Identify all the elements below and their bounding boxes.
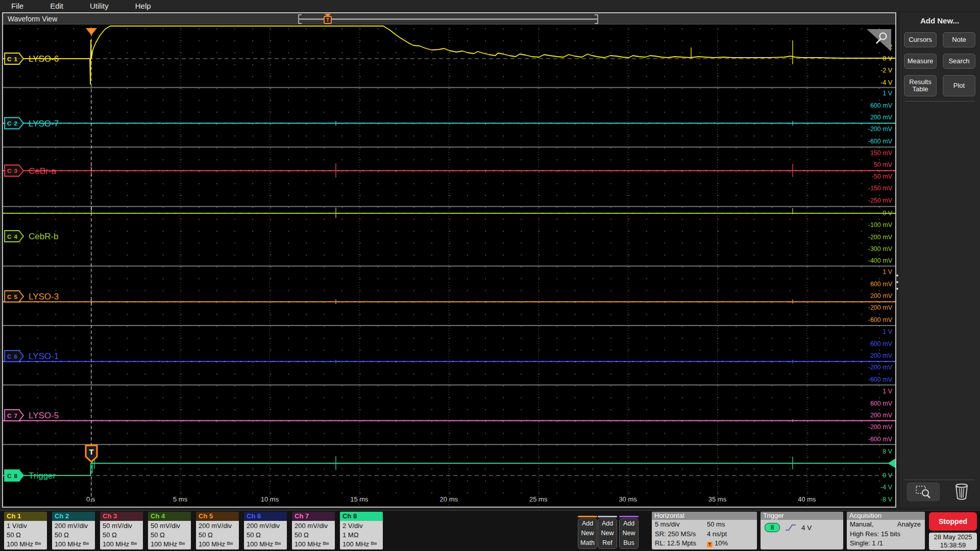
channel-badge-header: Ch 5 (196, 512, 239, 521)
scale-tick-label: -200 mV (868, 126, 893, 133)
panel-divider (904, 101, 975, 102)
scale-tick-label: 600 mV (870, 102, 893, 109)
trigger-panel[interactable]: Trigger 8 4 V (761, 512, 843, 549)
scale-tick-label: 600 mV (870, 340, 893, 347)
time-axis-label: 35 ms (708, 495, 727, 503)
scale-tick-label: -600 mV (868, 316, 893, 323)
scale-tick-label: -250 mV (868, 197, 893, 204)
horizontal-resolution: 4 ns/pt (707, 530, 727, 539)
channel-name-label: LYSO-5 (29, 411, 59, 420)
horizontal-sample-rate: SR: 250 MS/s (655, 530, 696, 539)
channel-tag-label: C 8 (7, 473, 18, 479)
scale-tick-label: -200 mV (868, 234, 893, 241)
channel-badge-settings: 200 mV/div50 Ω100 MHz ᴮʷ (244, 521, 287, 549)
add-new-cursors-button[interactable]: Cursors (904, 32, 937, 47)
run-stop-status-button[interactable]: Stopped (929, 512, 977, 531)
time-axis-label: 5 ms (173, 495, 188, 503)
acquisition-mode: Manual, (850, 520, 873, 530)
channel-badge-ch6[interactable]: Ch 6200 mV/div50 Ω100 MHz ᴮʷ (244, 512, 287, 549)
time-axis-label: 25 ms (529, 495, 548, 503)
scale-tick-label: -8 V (880, 496, 893, 503)
add-new-bus-button[interactable]: AddNewBus (619, 516, 639, 549)
channel-name-label: CebR-b (29, 232, 59, 241)
trash-button[interactable] (952, 481, 971, 502)
scale-tick-label: 8 V (883, 448, 892, 455)
acquisition-analyze: Analyze (897, 520, 921, 530)
waveform-view-title: Waveform View (8, 15, 57, 23)
add-new-panel: Add New... CursorsNoteMeasureSearchResul… (899, 12, 980, 508)
add-new-measure-button[interactable]: Measure (904, 54, 937, 69)
zoom-select-icon (913, 485, 934, 499)
acquisition-panel[interactable]: Acquisition Manual, Analyze High Res: 15… (847, 512, 925, 549)
channel-badge-ch1[interactable]: Ch 11 V/div50 Ω100 MHz ᴮʷ (4, 512, 47, 549)
add-new-search-button[interactable]: Search (943, 54, 975, 69)
scale-tick-label: 50 mV (874, 161, 893, 168)
add-new-ref-button[interactable]: AddNewRef (598, 516, 617, 549)
add-new-button-grid: CursorsNoteMeasureSearchResults TablePlo… (899, 32, 980, 96)
add-new-results-table-button[interactable]: Results Table (904, 75, 937, 96)
scope-graticule[interactable]: 0 s5 ms10 ms15 ms20 ms25 ms30 ms35 ms40 … (3, 25, 895, 507)
time-label: 15:38:59 (929, 541, 977, 549)
menu-file[interactable]: File (11, 2, 23, 10)
panel-divider (904, 480, 975, 480)
scale-tick-label: -4 V (880, 79, 893, 86)
channel-badge-ch8[interactable]: Ch 82 V/div1 MΩ100 MHz ᴮʷ (340, 512, 383, 549)
channel-badge-settings: 2 V/div1 MΩ100 MHz ᴮʷ (340, 521, 383, 549)
trash-icon (954, 483, 969, 500)
scale-tick-label: 0 V (883, 210, 892, 217)
channel-badge-ch3[interactable]: Ch 350 mV/div50 Ω100 MHz ᴮʷ (100, 512, 143, 549)
scale-tick-label: 1 V (883, 328, 892, 335)
channel-badge-settings: 200 mV/div50 Ω100 MHz ᴮʷ (52, 521, 95, 549)
menu-edit[interactable]: Edit (50, 2, 63, 10)
scale-tick-label: -400 mV (868, 257, 893, 264)
date-label: 28 May 2025 (929, 533, 977, 541)
menu-utility[interactable]: Utility (90, 2, 109, 10)
channel-badge-ch2[interactable]: Ch 2200 mV/div50 Ω100 MHz ᴮʷ (52, 512, 95, 549)
scale-tick-label: -100 mV (868, 221, 893, 229)
channel-tag-label: C 6 (7, 354, 18, 360)
horizontal-record-length: RL: 12.5 Mpts (655, 539, 696, 548)
add-new-note-button[interactable]: Note (943, 32, 975, 47)
horizontal-span: 50 ms (707, 520, 725, 530)
horizontal-panel[interactable]: Horizontal 5 ms/div50 ms SR: 250 MS/s4 n… (652, 512, 757, 549)
channel-badge-settings: 200 mV/div50 Ω100 MHz ᴮʷ (292, 521, 335, 549)
scale-tick-label: 600 mV (870, 281, 893, 288)
trigger-level: 4 V (801, 524, 812, 532)
svg-text:T: T (89, 447, 93, 456)
scale-tick-label: 600 mV (870, 400, 893, 407)
scale-tick-label: -200 mV (868, 304, 893, 311)
channel-badge-ch7[interactable]: Ch 7200 mV/div50 Ω100 MHz ᴮʷ (292, 512, 335, 549)
panel-drag-handle[interactable] (896, 274, 899, 290)
add-new-plot-button[interactable]: Plot (943, 75, 975, 96)
channel-badge-header: Ch 1 (4, 512, 47, 521)
channel-badge-settings: 50 mV/div50 Ω100 MHz ᴮʷ (148, 521, 191, 549)
channel-tag-label: C 2 (7, 120, 18, 127)
scale-tick-label: -4 V (880, 484, 893, 491)
channel-badge-ch5[interactable]: Ch 5200 mV/div50 Ω100 MHz ᴮʷ (196, 512, 239, 549)
accent-line (619, 516, 639, 517)
accent-line (578, 516, 597, 517)
channel-tag-label: C 1 (7, 56, 18, 62)
horizontal-minimap[interactable]: T (298, 14, 599, 24)
scale-tick-label: -2 V (880, 67, 893, 74)
zoom-select-button[interactable] (906, 482, 940, 502)
scale-tick-label: -50 mV (872, 173, 893, 180)
accent-line (598, 516, 617, 517)
waveform-plot[interactable]: 0 s5 ms10 ms15 ms20 ms25 ms30 ms35 ms40 … (3, 25, 895, 507)
button-label: AddNewMath (578, 518, 597, 549)
channel-badge-ch4[interactable]: Ch 450 mV/div50 Ω100 MHz ᴮʷ (148, 512, 191, 549)
add-new-math-button[interactable]: AddNewMath (578, 516, 597, 549)
time-axis-label: 20 ms (440, 495, 458, 503)
scale-tick-label: 1 V (883, 388, 892, 395)
scale-tick-label: -600 mV (868, 436, 893, 443)
scale-tick-label: 1 V (883, 90, 892, 97)
trigger-position-icon: T (707, 542, 713, 547)
channel-badge-settings: 200 mV/div50 Ω100 MHz ᴮʷ (196, 521, 239, 549)
menu-help[interactable]: Help (135, 2, 151, 10)
menu-bar: File Edit Utility Help (0, 0, 980, 11)
waveform-view-titlebar: Waveform View T (3, 13, 895, 24)
channel-tag-label: C 4 (7, 234, 18, 240)
acquisition-single: Single: 1 /1 (847, 539, 925, 548)
channel-name-label: CeBr-a (29, 166, 56, 176)
channel-tag-label: C 3 (7, 168, 18, 174)
